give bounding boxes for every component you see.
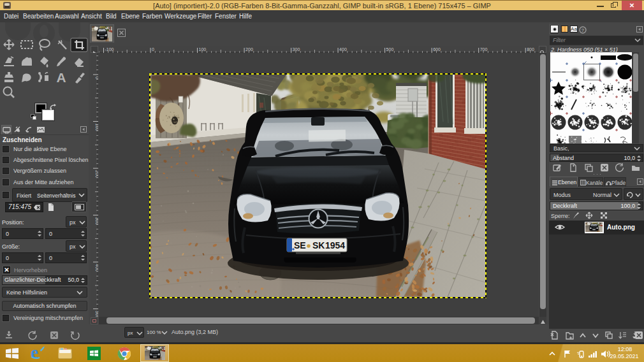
svg-text:100: 100 bbox=[199, 47, 207, 52]
svg-text:400: 400 bbox=[95, 264, 98, 272]
svg-text:200: 200 bbox=[95, 170, 98, 178]
svg-text:300: 300 bbox=[95, 217, 98, 225]
svg-text:300: 300 bbox=[293, 47, 300, 52]
svg-text:?: ? bbox=[582, 27, 585, 33]
svg-text:A: A bbox=[56, 70, 66, 85]
svg-text:0: 0 bbox=[95, 76, 98, 79]
svg-text:800: 800 bbox=[527, 47, 534, 52]
svg-text:700: 700 bbox=[480, 47, 488, 52]
svg-text:500: 500 bbox=[386, 47, 394, 52]
svg-text:100: 100 bbox=[95, 124, 98, 131]
svg-text:400: 400 bbox=[339, 47, 347, 52]
svg-text:0: 0 bbox=[152, 47, 154, 52]
svg-text:-100: -100 bbox=[105, 47, 114, 52]
svg-text:SK: SK bbox=[312, 240, 325, 250]
svg-text:SE: SE bbox=[294, 240, 306, 250]
svg-text:1954: 1954 bbox=[325, 240, 345, 250]
svg-text:600: 600 bbox=[433, 47, 441, 52]
svg-text:200: 200 bbox=[245, 47, 253, 52]
